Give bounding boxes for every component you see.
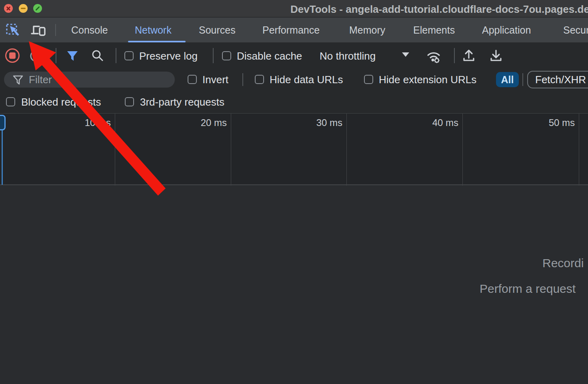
request-type-chip-fetch-xhr[interactable]: Fetch/XHR — [527, 71, 588, 88]
inspect-element-icon — [5, 23, 20, 38]
titlebar: DevTools - angela-add-tutorial.cloudflar… — [0, 0, 588, 17]
preserve-log-checkbox[interactable] — [124, 51, 134, 60]
record-network-log-button[interactable] — [5, 48, 20, 63]
timeline-gridline — [115, 114, 115, 186]
zoom-icon — [35, 6, 40, 10]
timeline-gridline — [231, 114, 231, 186]
requests-panel-empty: Recordi Perform a request — [0, 186, 588, 384]
tabbar-separator — [55, 24, 56, 36]
hide-data-urls-checkbox[interactable] — [255, 75, 264, 84]
timeline-gridline — [462, 114, 463, 186]
toolbar-separator — [454, 48, 455, 63]
filter-input[interactable] — [29, 72, 169, 87]
inspect-element-button[interactable] — [5, 23, 20, 38]
timeline-gridline — [579, 114, 579, 186]
tab-sources[interactable]: Sources — [199, 18, 236, 42]
minimize-icon — [21, 8, 26, 9]
filter-input-container[interactable] — [4, 72, 175, 88]
minimize-window-button[interactable] — [19, 4, 28, 13]
disable-cache-label: Disable cache — [237, 50, 302, 62]
device-toolbar-icon — [31, 23, 46, 38]
tab-security[interactable]: Security — [563, 18, 588, 42]
tab-console[interactable]: Console — [71, 18, 108, 42]
recording-status-text: Recordi — [542, 256, 584, 270]
tab-memory[interactable]: Memory — [349, 18, 385, 42]
toolbar-separator — [213, 48, 214, 63]
disable-cache-checkbox[interactable] — [222, 51, 231, 60]
preserve-log-label: Preserve log — [139, 50, 198, 62]
invert-label: Invert — [202, 74, 228, 86]
throttling-select[interactable]: No throttling — [320, 50, 376, 62]
hide-extension-urls-label: Hide extension URLs — [379, 74, 476, 86]
window-title: DevTools - angela-add-tutorial.cloudflar… — [290, 3, 588, 16]
toolbar-separator — [56, 48, 56, 63]
record-stop-icon — [9, 52, 16, 59]
chevron-down-icon[interactable] — [402, 52, 409, 57]
filter-funnel-outline-icon — [13, 75, 23, 85]
devtools-window: DevTools - angela-add-tutorial.cloudflar… — [0, 0, 588, 384]
timeline-selection-line — [2, 130, 3, 185]
close-window-button[interactable] — [4, 4, 13, 13]
toolbar-separator — [116, 48, 116, 63]
blocked-requests-label: Blocked requests — [21, 96, 101, 108]
hide-data-urls-label: Hide data URLs — [270, 74, 343, 86]
third-party-requests-checkbox[interactable] — [125, 97, 134, 106]
tab-network[interactable]: Network — [135, 18, 172, 42]
timeline-tick-label: 10 ms — [47, 117, 111, 128]
devtools-tabbar: Console Network Sources Performance Memo… — [0, 18, 588, 42]
timeline-tick-label: 40 ms — [394, 117, 458, 128]
timeline-tick-label: 20 ms — [163, 117, 227, 128]
invert-checkbox[interactable] — [188, 75, 197, 84]
request-type-chip-all[interactable]: All — [496, 72, 519, 87]
timeline-tick-label: 50 ms — [511, 117, 575, 128]
tab-performance[interactable]: Performance — [262, 18, 320, 42]
timeline-gridline — [346, 114, 347, 186]
zoom-window-button[interactable] — [33, 4, 42, 13]
filter-separator — [242, 73, 243, 86]
blocked-requests-checkbox[interactable] — [6, 97, 15, 106]
toggle-device-toolbar-button[interactable] — [31, 23, 46, 38]
timeline-tick-label: 30 ms — [278, 117, 342, 128]
perform-request-hint-text: Perform a request — [480, 282, 576, 296]
tab-application[interactable]: Application — [482, 18, 531, 42]
network-overview-timeline[interactable]: 10 ms 20 ms 30 ms 40 ms 50 ms — [0, 113, 588, 185]
tab-elements[interactable]: Elements — [413, 18, 455, 42]
filter-separator — [522, 73, 523, 86]
third-party-requests-label: 3rd-party requests — [140, 96, 224, 108]
timeline-selection-handle[interactable] — [0, 115, 6, 130]
hide-extension-urls-checkbox[interactable] — [364, 75, 373, 84]
